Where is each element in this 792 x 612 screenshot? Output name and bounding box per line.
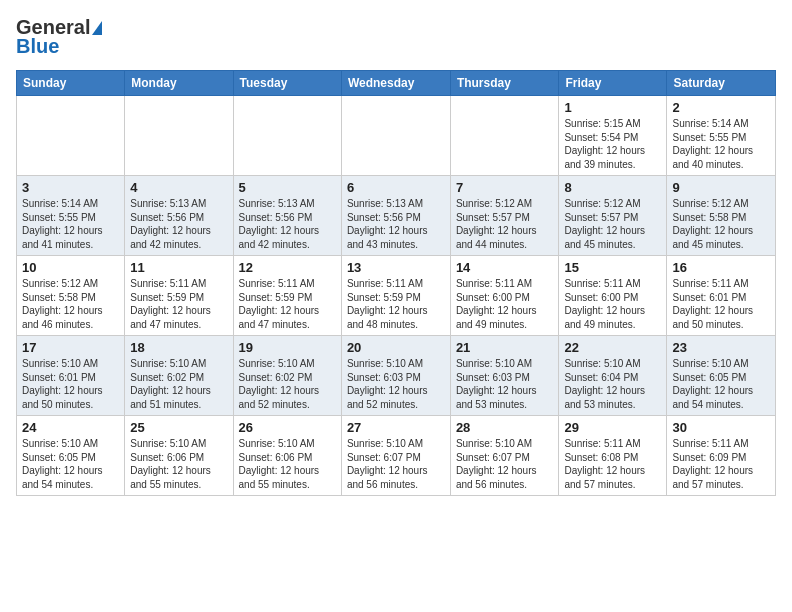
calendar-cell: 28Sunrise: 5:10 AM Sunset: 6:07 PM Dayli…	[450, 416, 559, 496]
weekday-header: Thursday	[450, 71, 559, 96]
calendar-cell: 21Sunrise: 5:10 AM Sunset: 6:03 PM Dayli…	[450, 336, 559, 416]
calendar-cell: 14Sunrise: 5:11 AM Sunset: 6:00 PM Dayli…	[450, 256, 559, 336]
day-info: Sunrise: 5:10 AM Sunset: 6:07 PM Dayligh…	[347, 437, 445, 491]
weekday-header: Saturday	[667, 71, 776, 96]
day-number: 21	[456, 340, 554, 355]
calendar-cell: 3Sunrise: 5:14 AM Sunset: 5:55 PM Daylig…	[17, 176, 125, 256]
calendar-week-row: 3Sunrise: 5:14 AM Sunset: 5:55 PM Daylig…	[17, 176, 776, 256]
calendar-table: SundayMondayTuesdayWednesdayThursdayFrid…	[16, 70, 776, 496]
day-info: Sunrise: 5:11 AM Sunset: 6:08 PM Dayligh…	[564, 437, 661, 491]
calendar-cell: 19Sunrise: 5:10 AM Sunset: 6:02 PM Dayli…	[233, 336, 341, 416]
calendar-cell: 4Sunrise: 5:13 AM Sunset: 5:56 PM Daylig…	[125, 176, 233, 256]
weekday-header: Monday	[125, 71, 233, 96]
weekday-header: Sunday	[17, 71, 125, 96]
calendar-cell	[450, 96, 559, 176]
day-number: 27	[347, 420, 445, 435]
day-number: 12	[239, 260, 336, 275]
day-number: 10	[22, 260, 119, 275]
logo: General Blue	[16, 16, 102, 58]
day-info: Sunrise: 5:11 AM Sunset: 6:00 PM Dayligh…	[456, 277, 554, 331]
weekday-header: Wednesday	[341, 71, 450, 96]
day-info: Sunrise: 5:10 AM Sunset: 6:05 PM Dayligh…	[672, 357, 770, 411]
calendar-cell: 25Sunrise: 5:10 AM Sunset: 6:06 PM Dayli…	[125, 416, 233, 496]
day-info: Sunrise: 5:11 AM Sunset: 6:01 PM Dayligh…	[672, 277, 770, 331]
weekday-header: Tuesday	[233, 71, 341, 96]
day-info: Sunrise: 5:14 AM Sunset: 5:55 PM Dayligh…	[22, 197, 119, 251]
calendar-cell: 20Sunrise: 5:10 AM Sunset: 6:03 PM Dayli…	[341, 336, 450, 416]
day-number: 19	[239, 340, 336, 355]
day-info: Sunrise: 5:13 AM Sunset: 5:56 PM Dayligh…	[347, 197, 445, 251]
day-info: Sunrise: 5:14 AM Sunset: 5:55 PM Dayligh…	[672, 117, 770, 171]
day-info: Sunrise: 5:15 AM Sunset: 5:54 PM Dayligh…	[564, 117, 661, 171]
calendar-cell: 5Sunrise: 5:13 AM Sunset: 5:56 PM Daylig…	[233, 176, 341, 256]
day-number: 20	[347, 340, 445, 355]
day-info: Sunrise: 5:12 AM Sunset: 5:57 PM Dayligh…	[564, 197, 661, 251]
day-info: Sunrise: 5:10 AM Sunset: 6:06 PM Dayligh…	[239, 437, 336, 491]
calendar-cell: 7Sunrise: 5:12 AM Sunset: 5:57 PM Daylig…	[450, 176, 559, 256]
day-number: 17	[22, 340, 119, 355]
day-number: 4	[130, 180, 227, 195]
calendar-cell: 16Sunrise: 5:11 AM Sunset: 6:01 PM Dayli…	[667, 256, 776, 336]
day-number: 1	[564, 100, 661, 115]
calendar-cell: 10Sunrise: 5:12 AM Sunset: 5:58 PM Dayli…	[17, 256, 125, 336]
day-info: Sunrise: 5:12 AM Sunset: 5:58 PM Dayligh…	[22, 277, 119, 331]
calendar-cell	[17, 96, 125, 176]
calendar-cell	[125, 96, 233, 176]
calendar-cell	[341, 96, 450, 176]
calendar-cell: 30Sunrise: 5:11 AM Sunset: 6:09 PM Dayli…	[667, 416, 776, 496]
weekday-header: Friday	[559, 71, 667, 96]
day-info: Sunrise: 5:10 AM Sunset: 6:02 PM Dayligh…	[239, 357, 336, 411]
calendar-cell: 13Sunrise: 5:11 AM Sunset: 5:59 PM Dayli…	[341, 256, 450, 336]
day-info: Sunrise: 5:10 AM Sunset: 6:03 PM Dayligh…	[456, 357, 554, 411]
day-info: Sunrise: 5:10 AM Sunset: 6:07 PM Dayligh…	[456, 437, 554, 491]
day-info: Sunrise: 5:10 AM Sunset: 6:01 PM Dayligh…	[22, 357, 119, 411]
day-info: Sunrise: 5:11 AM Sunset: 6:00 PM Dayligh…	[564, 277, 661, 331]
day-number: 16	[672, 260, 770, 275]
calendar-cell: 17Sunrise: 5:10 AM Sunset: 6:01 PM Dayli…	[17, 336, 125, 416]
calendar-cell: 15Sunrise: 5:11 AM Sunset: 6:00 PM Dayli…	[559, 256, 667, 336]
day-info: Sunrise: 5:11 AM Sunset: 6:09 PM Dayligh…	[672, 437, 770, 491]
day-info: Sunrise: 5:10 AM Sunset: 6:03 PM Dayligh…	[347, 357, 445, 411]
day-number: 13	[347, 260, 445, 275]
day-info: Sunrise: 5:11 AM Sunset: 5:59 PM Dayligh…	[130, 277, 227, 331]
day-number: 3	[22, 180, 119, 195]
day-number: 18	[130, 340, 227, 355]
day-info: Sunrise: 5:12 AM Sunset: 5:58 PM Dayligh…	[672, 197, 770, 251]
day-info: Sunrise: 5:10 AM Sunset: 6:02 PM Dayligh…	[130, 357, 227, 411]
day-number: 24	[22, 420, 119, 435]
calendar-cell: 12Sunrise: 5:11 AM Sunset: 5:59 PM Dayli…	[233, 256, 341, 336]
day-number: 15	[564, 260, 661, 275]
calendar-cell: 23Sunrise: 5:10 AM Sunset: 6:05 PM Dayli…	[667, 336, 776, 416]
day-number: 7	[456, 180, 554, 195]
logo-blue: Blue	[16, 35, 59, 58]
day-number: 14	[456, 260, 554, 275]
day-number: 30	[672, 420, 770, 435]
day-number: 8	[564, 180, 661, 195]
calendar-week-row: 1Sunrise: 5:15 AM Sunset: 5:54 PM Daylig…	[17, 96, 776, 176]
calendar-cell: 9Sunrise: 5:12 AM Sunset: 5:58 PM Daylig…	[667, 176, 776, 256]
day-number: 2	[672, 100, 770, 115]
day-info: Sunrise: 5:10 AM Sunset: 6:06 PM Dayligh…	[130, 437, 227, 491]
calendar-week-row: 24Sunrise: 5:10 AM Sunset: 6:05 PM Dayli…	[17, 416, 776, 496]
calendar-cell: 24Sunrise: 5:10 AM Sunset: 6:05 PM Dayli…	[17, 416, 125, 496]
day-info: Sunrise: 5:11 AM Sunset: 5:59 PM Dayligh…	[347, 277, 445, 331]
calendar-cell: 8Sunrise: 5:12 AM Sunset: 5:57 PM Daylig…	[559, 176, 667, 256]
day-number: 26	[239, 420, 336, 435]
calendar-cell: 2Sunrise: 5:14 AM Sunset: 5:55 PM Daylig…	[667, 96, 776, 176]
day-number: 25	[130, 420, 227, 435]
day-info: Sunrise: 5:12 AM Sunset: 5:57 PM Dayligh…	[456, 197, 554, 251]
page-header: General Blue	[16, 16, 776, 58]
calendar-cell: 26Sunrise: 5:10 AM Sunset: 6:06 PM Dayli…	[233, 416, 341, 496]
calendar-cell: 11Sunrise: 5:11 AM Sunset: 5:59 PM Dayli…	[125, 256, 233, 336]
day-info: Sunrise: 5:13 AM Sunset: 5:56 PM Dayligh…	[130, 197, 227, 251]
day-info: Sunrise: 5:11 AM Sunset: 5:59 PM Dayligh…	[239, 277, 336, 331]
calendar-cell: 29Sunrise: 5:11 AM Sunset: 6:08 PM Dayli…	[559, 416, 667, 496]
day-number: 28	[456, 420, 554, 435]
calendar-cell: 27Sunrise: 5:10 AM Sunset: 6:07 PM Dayli…	[341, 416, 450, 496]
day-info: Sunrise: 5:13 AM Sunset: 5:56 PM Dayligh…	[239, 197, 336, 251]
calendar-cell: 18Sunrise: 5:10 AM Sunset: 6:02 PM Dayli…	[125, 336, 233, 416]
day-number: 23	[672, 340, 770, 355]
calendar-cell: 22Sunrise: 5:10 AM Sunset: 6:04 PM Dayli…	[559, 336, 667, 416]
calendar-cell: 1Sunrise: 5:15 AM Sunset: 5:54 PM Daylig…	[559, 96, 667, 176]
day-info: Sunrise: 5:10 AM Sunset: 6:04 PM Dayligh…	[564, 357, 661, 411]
